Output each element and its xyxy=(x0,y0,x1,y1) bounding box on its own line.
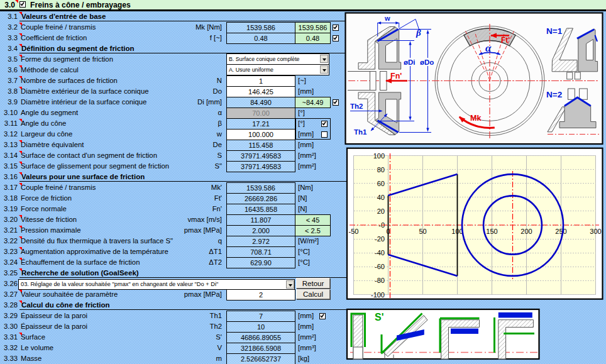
svg-text:250: 250 xyxy=(555,228,566,235)
svg-text:Th2: Th2 xyxy=(350,102,363,110)
svg-text:50: 50 xyxy=(419,228,426,235)
svg-text:-100: -100 xyxy=(371,291,385,299)
svg-text:-40: -40 xyxy=(375,249,385,256)
svg-text:20: 20 xyxy=(377,207,385,215)
svg-text:100: 100 xyxy=(373,152,385,160)
svg-text:-20: -20 xyxy=(375,235,385,243)
svg-text:-60: -60 xyxy=(375,263,385,270)
svg-text:øDi: øDi xyxy=(404,58,416,66)
svg-text:S': S' xyxy=(375,312,383,323)
svg-text:Th1: Th1 xyxy=(354,128,367,136)
svg-text:α: α xyxy=(485,42,492,54)
svg-text:Ft': Ft' xyxy=(501,36,510,45)
svg-text:-50: -50 xyxy=(349,228,359,235)
svg-text:-80: -80 xyxy=(375,277,385,284)
svg-text:N=2: N=2 xyxy=(546,90,562,99)
svg-text:150: 150 xyxy=(486,228,497,235)
svg-text:N=1: N=1 xyxy=(546,26,563,36)
svg-text:300: 300 xyxy=(590,228,601,235)
svg-text:Mk: Mk xyxy=(470,114,481,123)
svg-text:60: 60 xyxy=(377,180,385,187)
svg-text:200: 200 xyxy=(521,228,532,235)
svg-text:Fn': Fn' xyxy=(390,72,402,80)
svg-text:øDo: øDo xyxy=(420,58,434,66)
svg-text:80: 80 xyxy=(377,166,385,174)
svg-text:w: w xyxy=(384,14,390,22)
svg-text:40: 40 xyxy=(377,194,385,201)
